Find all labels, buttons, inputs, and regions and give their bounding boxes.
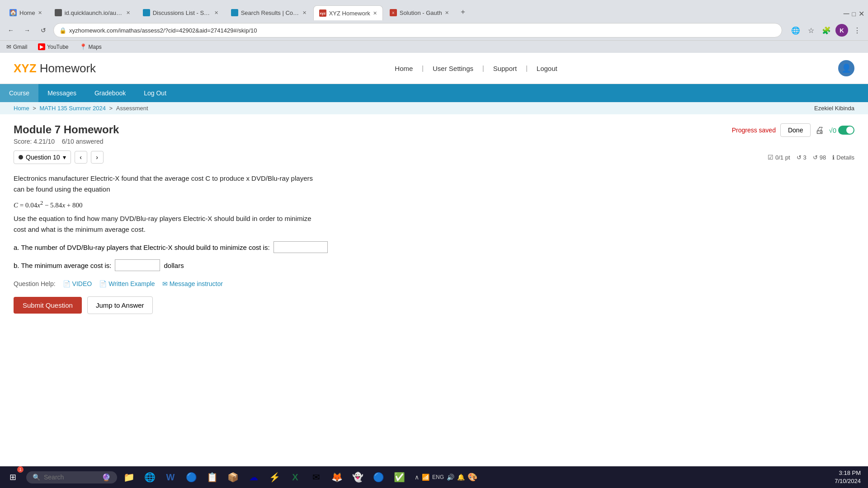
tab-quicklaunch[interactable]: id.quicklaunch.io/authenti... ✕ xyxy=(49,5,136,20)
tab-quicklaunch-close[interactable]: ✕ xyxy=(126,10,130,16)
tab-xyz-close[interactable]: ✕ xyxy=(373,10,377,16)
maximize-button[interactable]: □ xyxy=(852,10,856,18)
tab-xyz[interactable]: xyz XYZ Homework ✕ xyxy=(313,5,383,20)
part-a-label: a. The number of DVD/Blu-ray players tha… xyxy=(14,244,270,251)
math-formula: C = 0.04x2 − 5.84x + 800 xyxy=(14,202,83,209)
profile-icon[interactable]: K xyxy=(835,24,848,37)
bookmark-maps[interactable]: 📍 Maps xyxy=(78,42,104,51)
page-content: XYZ Homework Home | User Settings | Supp… xyxy=(0,53,868,414)
xyz-favicon: xyz xyxy=(319,9,326,17)
submit-button[interactable]: Submit Question xyxy=(14,297,82,314)
logo-hw: Homework xyxy=(37,61,96,75)
prev-question-button[interactable]: ‹ xyxy=(75,151,87,164)
breadcrumb-current: Assessment xyxy=(116,105,148,112)
next-question-button[interactable]: › xyxy=(91,151,104,164)
site-logo: XYZ Homework xyxy=(14,61,96,75)
discussions-favicon xyxy=(143,9,150,16)
site-nav: Home | User Settings | Support | Logout xyxy=(114,65,838,72)
v0-badge[interactable]: √0 xyxy=(829,126,854,135)
tab-solution-label: Solution - Gauth xyxy=(400,9,442,16)
question-dot xyxy=(19,155,23,160)
reload-button[interactable]: ↺ xyxy=(37,24,50,37)
nav-support[interactable]: Support xyxy=(484,65,526,72)
menu-icon[interactable]: ⋮ xyxy=(851,24,863,37)
message-instructor-link[interactable]: ✉ Message instructor xyxy=(162,280,223,287)
breadcrumb-home[interactable]: Home xyxy=(14,105,29,112)
new-tab-button[interactable]: ＋ xyxy=(456,4,470,20)
main-content: Module 7 Homework Score: 4.21/10 6/10 an… xyxy=(0,114,868,323)
written-doc-icon: 📄 xyxy=(99,280,107,287)
part-b-label: b. The minimum average cost is: xyxy=(14,262,111,269)
problem-text-3: Use the equation to find how many DVD/Bl… xyxy=(14,215,311,222)
youtube-icon: ▶ xyxy=(38,43,45,50)
close-button[interactable]: ✕ xyxy=(859,9,864,18)
problem-area: Electronics manufacturer Electric-X foun… xyxy=(14,173,854,271)
bookmark-icon[interactable]: ☆ xyxy=(805,24,817,37)
course-nav-logout[interactable]: Log Out xyxy=(135,84,175,102)
bookmark-gmail[interactable]: ✉ Gmail xyxy=(5,42,29,51)
breadcrumb-bar: Home > MATH 135 Summer 2024 > Assessment… xyxy=(0,102,868,114)
details-info[interactable]: ℹ Details xyxy=(832,154,854,161)
site-header: XYZ Homework Home | User Settings | Supp… xyxy=(0,53,868,84)
part-a-row: a. The number of DVD/Blu-ray players tha… xyxy=(14,241,854,253)
part-a-input[interactable] xyxy=(274,241,328,253)
gmail-label: Gmail xyxy=(13,44,27,50)
address-bar[interactable]: 🔒 xyzhomework.com/imathas/assess2/?cid=4… xyxy=(53,23,782,38)
breadcrumb-sep-1: > xyxy=(33,105,38,112)
nav-logout[interactable]: Logout xyxy=(528,65,566,72)
search-favicon xyxy=(231,9,238,16)
tab-home-close[interactable]: ✕ xyxy=(38,10,42,16)
hw-answered: 6/10 answered xyxy=(62,138,104,145)
tab-home[interactable]: 🏠 Home ✕ xyxy=(4,5,48,20)
breadcrumb-course[interactable]: MATH 135 Summer 2024 xyxy=(40,105,106,112)
part-b-input[interactable] xyxy=(115,259,160,271)
minimize-button[interactable]: ─ xyxy=(844,9,849,19)
extensions-icon[interactable]: 🧩 xyxy=(820,24,833,37)
question-help: Question Help: 📄 VIDEO 📄 Written Example… xyxy=(14,280,854,287)
tab-search-close[interactable]: ✕ xyxy=(302,10,307,16)
tab-search[interactable]: Search Results | Course He... ✕ xyxy=(225,5,312,20)
tab-solution[interactable]: X Solution - Gauth ✕ xyxy=(384,5,455,20)
tab-bar: 🏠 Home ✕ id.quicklaunch.io/authenti... ✕… xyxy=(0,0,868,20)
question-nav: Question 10 ▾ ‹ › ☑ 0/1 pt ↺ 3 ↺ 98 xyxy=(14,150,854,164)
question-select[interactable]: Question 10 ▾ xyxy=(14,150,71,164)
jump-to-answer-button[interactable]: Jump to Answer xyxy=(87,296,153,314)
translate-icon[interactable]: 🌐 xyxy=(789,24,802,37)
v0-label: √0 xyxy=(829,127,836,134)
submissions-icon: ↺ xyxy=(813,154,818,161)
course-nav: Course Messages Gradebook Log Out xyxy=(0,84,868,102)
forward-button[interactable]: → xyxy=(21,24,33,37)
tab-solution-close[interactable]: ✕ xyxy=(445,10,449,16)
v0-toggle[interactable] xyxy=(838,126,854,135)
breadcrumb: Home > MATH 135 Summer 2024 > Assessment xyxy=(14,105,148,112)
instructor-label: Message instructor xyxy=(170,280,223,287)
solution-favicon: X xyxy=(390,9,397,16)
envelope-icon: ✉ xyxy=(162,280,168,287)
points-checkbox-icon: ☑ xyxy=(768,154,774,161)
hw-score-area: Score: 4.21/10 6/10 answered xyxy=(14,138,119,145)
course-nav-course[interactable]: Course xyxy=(0,84,38,102)
done-button[interactable]: Done xyxy=(780,123,811,137)
course-nav-messages[interactable]: Messages xyxy=(38,84,85,102)
tab-xyz-label: XYZ Homework xyxy=(329,10,370,17)
back-button[interactable]: ← xyxy=(5,24,17,37)
problem-text-2: can be found using the equation xyxy=(14,185,110,193)
video-label: VIDEO xyxy=(72,280,92,287)
nav-user-settings[interactable]: User Settings xyxy=(424,65,482,72)
written-example-link[interactable]: 📄 Written Example xyxy=(99,280,155,287)
help-label: Question Help: xyxy=(14,280,56,287)
bookmark-youtube[interactable]: ▶ YouTube xyxy=(36,42,70,51)
nav-home[interactable]: Home xyxy=(386,65,422,72)
course-nav-gradebook[interactable]: Gradebook xyxy=(85,84,135,102)
problem-text: Electronics manufacturer Electric-X foun… xyxy=(14,173,854,235)
video-link[interactable]: 📄 VIDEO xyxy=(63,280,92,287)
user-avatar[interactable]: 👤 xyxy=(838,60,854,76)
tab-discussions-close[interactable]: ✕ xyxy=(214,10,218,16)
tab-discussions[interactable]: Discussions List - Summer... ✕ xyxy=(137,5,224,20)
print-icon[interactable]: 🖨 xyxy=(815,125,824,136)
question-number: Question 10 xyxy=(26,154,60,161)
question-dropdown-icon: ▾ xyxy=(63,154,66,161)
part-b-row: b. The minimum average cost is: dollars xyxy=(14,259,854,271)
part-b-suffix: dollars xyxy=(164,262,184,269)
tab-discussions-label: Discussions List - Summer... xyxy=(153,9,212,16)
